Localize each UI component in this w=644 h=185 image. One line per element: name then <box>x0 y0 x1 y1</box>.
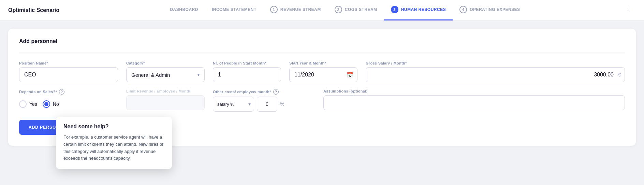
other-costs-value-input[interactable] <box>257 97 277 112</box>
other-costs-inner: salary % fixed amount ▼ % <box>213 97 315 112</box>
gross-salary-group: Gross Salary / Month* € <box>366 61 625 82</box>
assumptions-input[interactable] <box>323 95 625 110</box>
other-costs-label-row: Other costs/ employee/ month* ? <box>213 89 315 95</box>
tab-income-statement[interactable]: INCOME STATEMENT <box>205 0 263 20</box>
position-name-group: Position Name* <box>19 61 118 82</box>
start-year-input-wrapper: 📅 <box>289 67 357 82</box>
depends-yes-label: Yes <box>29 101 37 107</box>
form-divider <box>19 53 625 53</box>
limit-revenue-group: Limit Revenue / Employee / Month <box>126 89 205 110</box>
tooltip-body: For example, a customer service agent wi… <box>63 134 164 162</box>
main-content: Add personnel Position Name* Category* G… <box>0 20 644 154</box>
depends-on-sales-group: Depends on Sales?* ? Yes No <box>19 89 118 112</box>
position-name-label: Position Name* <box>19 61 118 65</box>
tab-income-statement-label: INCOME STATEMENT <box>212 7 257 12</box>
tab-dashboard-label: DASHBOARD <box>170 7 198 12</box>
salary-pct-select[interactable]: salary % fixed amount <box>213 97 254 112</box>
depends-no-option[interactable]: No <box>43 100 59 108</box>
start-year-input[interactable] <box>289 67 357 82</box>
top-navigation: Optimistic Scenario DASHBOARD INCOME STA… <box>0 0 644 20</box>
other-costs-label: Other costs/ employee/ month* <box>213 90 271 94</box>
depends-yes-radio[interactable] <box>19 100 27 108</box>
depends-on-sales-label: Depends on Sales?* <box>19 90 57 94</box>
tab-human-resources-number: 3 <box>391 6 398 13</box>
gross-salary-input-wrapper: € <box>366 67 625 82</box>
limit-revenue-label: Limit Revenue / Employee / Month <box>126 89 205 93</box>
nr-people-group: Nr. of People in Start Month* <box>213 61 281 82</box>
other-costs-group: Other costs/ employee/ month* ? salary %… <box>213 89 315 112</box>
tab-operating-expenses-label: OPERATING EXPENSES <box>470 7 520 12</box>
nr-people-input[interactable] <box>213 67 281 82</box>
limit-revenue-input[interactable] <box>126 95 205 110</box>
tooltip-title: Need some help? <box>63 124 164 130</box>
help-tooltip-popover: Need some help? For example, a customer … <box>56 117 172 169</box>
depends-radio-group: Yes No <box>19 97 118 112</box>
form-row-1: Position Name* Category* General & Admin… <box>19 61 625 82</box>
depends-yes-option[interactable]: Yes <box>19 100 37 108</box>
tab-revenue-stream-number: 1 <box>270 6 278 13</box>
currency-symbol: € <box>618 72 621 77</box>
depends-label-row: Depends on Sales?* ? <box>19 89 118 95</box>
category-select-wrapper: General & Admin Sales Marketing Engineer… <box>126 67 205 82</box>
more-options-button[interactable]: ⋮ <box>620 6 636 14</box>
tab-human-resources[interactable]: 3 HUMAN RESOURCES <box>384 0 453 20</box>
start-year-group: Start Year & Month* 📅 <box>289 61 357 82</box>
depends-no-radio[interactable] <box>43 100 50 108</box>
tab-revenue-stream[interactable]: 1 REVENUE STREAM <box>263 0 328 20</box>
nr-people-label: Nr. of People in Start Month* <box>213 61 281 65</box>
tab-cogs-stream-label: COGS STREAM <box>345 7 377 12</box>
form-title: Add personnel <box>19 38 625 44</box>
assumptions-label: Assumptions (optional) <box>323 89 625 93</box>
category-select[interactable]: General & Admin Sales Marketing Engineer… <box>126 67 205 82</box>
tab-operating-expenses-number: 4 <box>459 6 467 13</box>
assumptions-group: Assumptions (optional) <box>323 89 625 110</box>
depends-no-label: No <box>53 101 59 107</box>
tab-cogs-stream[interactable]: 2 COGS STREAM <box>328 0 384 20</box>
category-group: Category* General & Admin Sales Marketin… <box>126 61 205 82</box>
app-title: Optimistic Scenario <box>8 7 70 13</box>
other-costs-help-icon[interactable]: ? <box>273 89 279 95</box>
position-name-input[interactable] <box>19 67 118 82</box>
tab-operating-expenses[interactable]: 4 OPERATING EXPENSES <box>453 0 527 20</box>
add-personnel-card: Add personnel Position Name* Category* G… <box>8 29 636 146</box>
form-row-2: Depends on Sales?* ? Yes No <box>19 89 625 112</box>
start-year-label: Start Year & Month* <box>289 61 357 65</box>
pct-symbol: % <box>280 101 284 107</box>
nav-tabs-container: DASHBOARD INCOME STATEMENT 1 REVENUE STR… <box>70 0 620 20</box>
tab-revenue-stream-label: REVENUE STREAM <box>280 7 321 12</box>
tab-dashboard[interactable]: DASHBOARD <box>163 0 205 20</box>
gross-salary-label: Gross Salary / Month* <box>366 61 625 65</box>
salary-pct-select-wrapper: salary % fixed amount ▼ <box>213 97 254 112</box>
tab-cogs-stream-number: 2 <box>335 6 342 13</box>
gross-salary-input[interactable] <box>366 67 625 82</box>
category-label: Category* <box>126 61 205 65</box>
tab-human-resources-label: HUMAN RESOURCES <box>401 7 446 12</box>
depends-no-radio-inner <box>44 102 48 106</box>
depends-help-icon[interactable]: ? <box>59 89 64 95</box>
